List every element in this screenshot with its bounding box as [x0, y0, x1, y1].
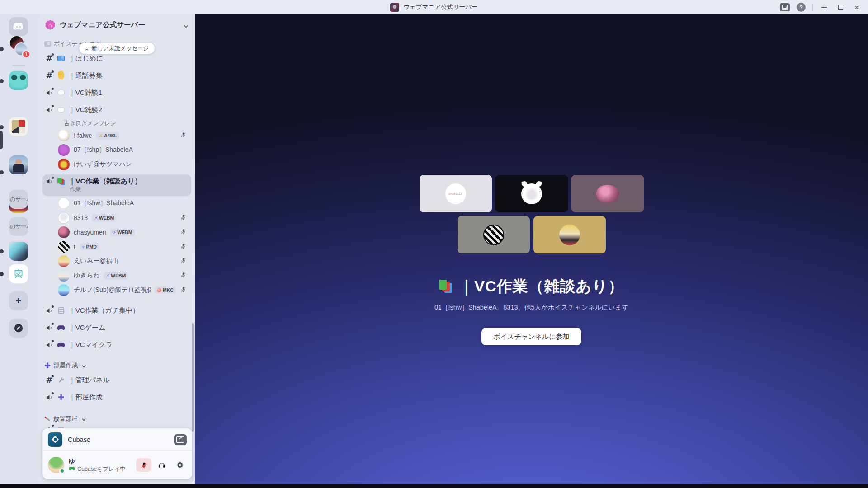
plus-icon: ✚ — [44, 362, 51, 370]
channel-vc-zatsudan2[interactable]: ｜VC雑談2 — [42, 101, 191, 118]
unread-dot — [0, 79, 4, 83]
user-info[interactable]: ゆ Cubaseをプレイ中 — [69, 457, 132, 473]
speech-bubble-emoji-icon — [57, 89, 65, 97]
avatar — [58, 226, 70, 238]
role-badge: ⚡WEBM — [92, 214, 116, 222]
username: ! falwe — [74, 132, 92, 139]
voice-user-row[interactable]: 8313 ⚡WEBM — [42, 211, 191, 225]
username: ゆきらわ — [74, 272, 99, 280]
avatar — [559, 225, 580, 245]
voice-user-row[interactable]: 07［!shp］ShabeleA — [42, 143, 191, 157]
role-badge: ⚡WEBM — [110, 229, 135, 236]
active-server-indicator — [0, 131, 3, 149]
avatar — [58, 284, 70, 296]
channel-status-text: 作業 — [45, 186, 81, 193]
speech-bubble-emoji-icon — [57, 106, 65, 114]
screen-share-icon[interactable] — [174, 434, 187, 445]
server-icon-frog[interactable] — [9, 71, 28, 90]
server-icon-miku[interactable] — [9, 242, 28, 261]
deafen-headphones-button[interactable] — [154, 458, 170, 472]
username: けいず@サツマハン — [74, 160, 132, 169]
settings-gear-button[interactable] — [172, 458, 188, 472]
voice-user-row[interactable]: 01［!shw］ShabeleA — [42, 196, 191, 211]
participant-tile[interactable] — [495, 175, 568, 212]
minimize-button[interactable] — [817, 1, 831, 13]
add-server-button[interactable]: + — [9, 291, 28, 310]
participant-tile[interactable]: SHABELEA — [420, 175, 492, 212]
channel-vc-zatsudan1[interactable]: ｜VC雑談1 — [42, 84, 191, 101]
channel-vc-sagyou-selected[interactable]: ｜VC作業（雑談あり） 作業 — [42, 174, 191, 196]
role-badge: ⚡WEBM — [104, 272, 128, 280]
channel-vc-minecraft[interactable]: ｜VCマイクラ — [42, 336, 191, 353]
avatar — [58, 241, 70, 253]
role-badge: MKC — [155, 286, 176, 294]
unread-dot — [0, 170, 4, 174]
server-header[interactable]: ウェブマニア公式サーバー — [39, 14, 195, 35]
dm-avatar-cluster[interactable]: 1 — [9, 38, 28, 57]
server-icon-text-2[interactable]: のサーバ — [9, 217, 28, 236]
dm-unread-badge: 1 — [22, 50, 31, 59]
close-button[interactable]: × — [850, 1, 863, 13]
voice-user-row[interactable]: t ♥PMD — [42, 239, 191, 254]
unread-dot — [0, 249, 4, 253]
hash-icon: # — [45, 71, 53, 80]
server-icon-easel[interactable] — [9, 264, 28, 283]
peach-icon — [157, 288, 161, 292]
speaker-icon — [45, 178, 53, 186]
voice-user-row[interactable]: chasyumen ⚡WEBM — [42, 225, 191, 239]
participant-tile[interactable] — [458, 216, 530, 253]
join-voice-channel-button[interactable]: ボイスチャンネルに参加 — [481, 328, 581, 345]
avatar — [58, 144, 70, 156]
voice-user-row[interactable]: けいず@サツマハン — [42, 157, 191, 172]
channel-label: ｜VCマイクラ — [69, 341, 113, 349]
user-panel: Cubase ゆ Cubaseをプレイ中 — [42, 428, 192, 479]
maximize-button[interactable] — [834, 1, 847, 13]
wrench-emoji-icon — [57, 376, 65, 384]
category-heya-sakusei[interactable]: ✚ 部屋作成 — [42, 360, 191, 371]
channel-vc-gachi[interactable]: ｜VC作業（ガチ集中） — [42, 302, 191, 319]
username: t — [74, 243, 75, 250]
cubase-app-icon — [48, 432, 62, 447]
voice-user-row[interactable]: えいみー@福山 — [42, 254, 191, 268]
sidebar-scrollbar[interactable] — [192, 323, 194, 432]
unread-dot — [0, 125, 4, 129]
channel-vc-game[interactable]: ｜VCゲーム — [42, 319, 191, 336]
server-boost-icon — [45, 20, 55, 30]
mic-muted-icon — [180, 228, 187, 236]
server-icon-text-1[interactable]: のサーバ — [9, 190, 28, 209]
username: chasyumen — [74, 229, 106, 236]
building-emoji-icon — [57, 306, 65, 314]
taskbar-strip — [0, 484, 868, 488]
avatar[interactable] — [48, 457, 64, 473]
avatar — [58, 159, 70, 170]
channel-label: ｜管理パネル — [69, 376, 110, 385]
discord-home-button[interactable] — [9, 17, 28, 36]
channel-label: ｜VCゲーム — [69, 324, 105, 332]
server-name: ウェブマニア公式サーバー — [60, 20, 179, 30]
titlebar-divider — [812, 3, 813, 11]
server-icon-person[interactable] — [9, 155, 28, 174]
chevron-down-icon — [184, 23, 189, 28]
unread-pill-label: 新しい未読メッセージ — [92, 45, 149, 52]
books-emoji-icon — [57, 178, 65, 186]
server-icon-collage[interactable] — [9, 117, 28, 136]
speaker-icon — [45, 306, 53, 314]
category-houchi-heya[interactable]: 放置部屋 — [42, 413, 191, 425]
explore-servers-button[interactable] — [9, 319, 28, 338]
participant-tile[interactable] — [571, 175, 644, 212]
channel-heya-sakusei[interactable]: ✚ ｜部屋作成 — [42, 389, 191, 406]
new-unread-messages-pill[interactable]: 新しい未読メッセージ — [79, 43, 155, 54]
unread-dot — [0, 272, 4, 276]
plus-emoji-icon: ✚ — [57, 393, 65, 401]
voice-user-row[interactable]: チルノ(Sub)@飯テロ監視係 MKC — [42, 283, 191, 297]
mic-mute-button[interactable] — [136, 458, 151, 472]
voice-user-row[interactable]: ゆきらわ ⚡WEBM — [42, 268, 191, 283]
voice-channel-title-row: ｜VC作業（雑談あり） — [439, 276, 624, 297]
inbox-tray-icon[interactable] — [778, 1, 792, 13]
voice-channel-subtitle: 01［!shw］ShabeleA、8313、他5人がボイスチャンネルにいます — [434, 303, 628, 312]
help-icon[interactable]: ? — [794, 1, 808, 13]
voice-user-row[interactable]: ! falwe ⚔ARSL — [42, 128, 191, 143]
channel-admin-panel[interactable]: # ｜管理パネル — [42, 371, 191, 389]
channel-tsuwabosyu[interactable]: # ｜通話募集 — [42, 67, 191, 84]
participant-tile[interactable] — [533, 216, 606, 253]
